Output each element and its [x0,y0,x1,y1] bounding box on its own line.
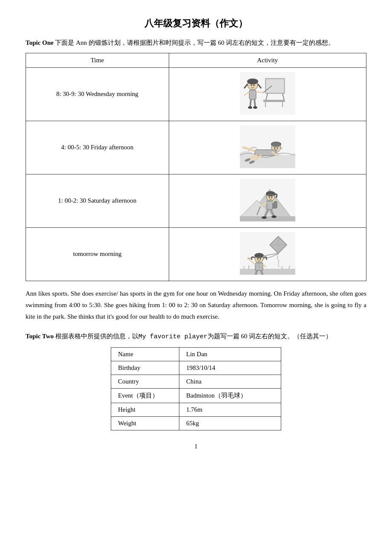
schedule-table: Time Activity 8: 30-9: 30 Wednesday morn… [26,53,366,281]
player-field-label: Birthday [111,361,179,375]
svg-line-16 [250,99,251,107]
player-table-row: Birthday1983/10/14 [111,361,281,375]
svg-point-20 [251,84,252,86]
svg-point-35 [271,142,281,148]
svg-line-17 [254,99,255,107]
player-field-value: Lin Dan [179,348,281,361]
topic-one-intro: Topic One 下面是 Ann 的锻炼计划，请根据图片和时间提示，写一篇 6… [26,38,366,49]
svg-line-14 [256,92,263,93]
svg-point-51 [271,215,277,218]
svg-point-19 [253,106,257,109]
topic-one-text: 下面是 Ann 的锻炼计划，请根据图片和时间提示，写一篇 60 词左右的短文，注… [55,39,334,46]
topic-two-intro-part1: 根据表格中所提供的信息，以 [55,333,138,340]
page-title: 八年级复习资料（作文） [26,17,366,30]
svg-point-18 [248,106,252,109]
table-row: 8: 30-9: 30 Wednesday morning [26,67,366,121]
topic-one-label: Topic One [26,39,54,46]
svg-point-27 [242,146,246,149]
player-field-value: 65kg [179,417,281,430]
hiking-illustration [240,179,295,221]
player-field-value: 1.76m [179,403,281,417]
svg-line-71 [261,270,262,275]
topic-two-label: Topic Two [26,333,54,340]
player-field-label: Height [111,403,179,417]
player-field-label: Event（项目） [111,389,179,403]
player-table: NameLin DanBirthday1983/10/14CountryChin… [111,347,281,430]
player-field-value: China [179,375,281,389]
player-field-label: Name [111,348,179,361]
gym-illustration [240,72,295,115]
col-header-activity: Activity [169,53,366,67]
player-field-value: Badminton（羽毛球） [179,389,281,403]
table-row: tomorrow morning [26,227,366,281]
page-number: 1 [26,443,366,450]
topic-two-intro: Topic Two 根据表格中所提供的信息，以My favorite playe… [26,331,366,343]
time-cell-4: tomorrow morning [26,227,169,281]
swimming-illustration [240,125,295,168]
sample-text: Ann likes sports. She does exercise/ has… [26,288,366,323]
time-cell-1: 8: 30-9: 30 Wednesday morning [26,67,169,121]
col-header-time: Time [26,53,169,67]
kite-illustration [240,232,295,275]
svg-rect-55 [240,269,295,275]
svg-point-72 [257,258,258,259]
player-field-label: Country [111,375,179,389]
svg-rect-65 [255,263,263,270]
player-field-label: Weight [111,417,179,430]
time-cell-3: 1: 00-2: 30 Saturday afternoon [26,174,169,227]
player-table-row: Event（项目）Badminton（羽毛球） [111,389,281,403]
svg-point-73 [259,258,261,259]
player-table-row: Weight65kg [111,417,281,430]
time-cell-2: 4: 00-5: 30 Friday afternoon [26,121,169,174]
svg-rect-12 [249,90,256,99]
activity-cell-4 [169,227,366,281]
activity-cell-2 [169,121,366,174]
player-table-row: NameLin Dan [111,348,281,361]
table-row: 4: 00-5: 30 Friday afternoon [26,121,366,174]
svg-point-52 [268,196,270,198]
topic-two-monospace: My favorite player [138,333,208,340]
player-table-row: CountryChina [111,375,281,389]
svg-rect-2 [266,79,284,93]
player-table-row: Height1.76m [111,403,281,417]
svg-point-9 [247,78,258,84]
svg-point-53 [271,196,272,198]
svg-rect-5 [263,100,285,102]
table-row: 1: 00-2: 30 Saturday afternoon [26,174,366,227]
topic-two-intro-part2: 为题写一篇 60 词左右的短文。（任选其一） [208,333,332,340]
activity-cell-1 [169,67,366,121]
svg-point-50 [262,216,267,219]
svg-point-21 [253,84,254,86]
svg-rect-44 [267,201,273,209]
player-field-value: 1983/10/14 [179,361,281,375]
svg-line-70 [256,270,257,275]
activity-cell-3 [169,174,366,227]
svg-rect-39 [240,216,295,221]
